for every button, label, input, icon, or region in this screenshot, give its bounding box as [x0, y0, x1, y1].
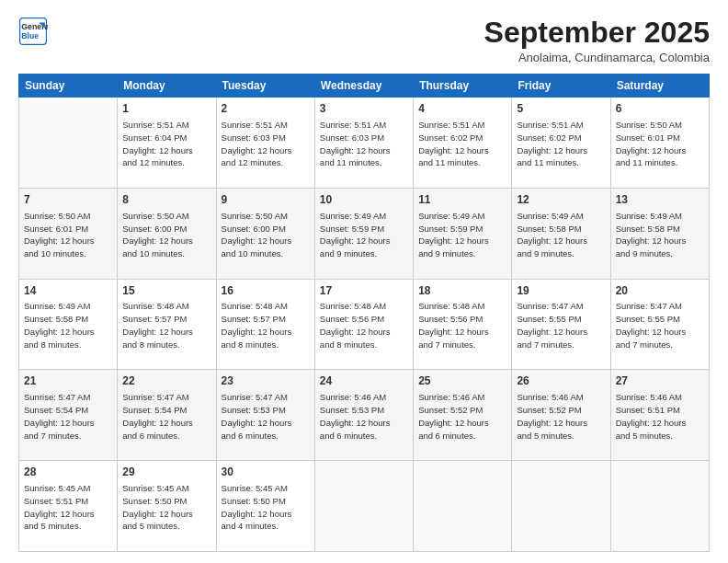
week-row-2: 7Sunrise: 5:50 AM Sunset: 6:01 PM Daylig…: [19, 188, 710, 279]
day-number: 6: [616, 101, 704, 117]
day-number: 16: [222, 283, 310, 299]
day-cell: 2Sunrise: 5:51 AM Sunset: 6:03 PM Daylig…: [216, 98, 314, 189]
day-number: 15: [122, 283, 210, 299]
day-info: Sunrise: 5:47 AM Sunset: 5:55 PM Dayligh…: [517, 300, 605, 350]
day-cell: 7Sunrise: 5:50 AM Sunset: 6:01 PM Daylig…: [19, 188, 118, 279]
day-info: Sunrise: 5:45 AM Sunset: 5:50 PM Dayligh…: [122, 482, 210, 533]
day-info: Sunrise: 5:50 AM Sunset: 6:01 PM Dayligh…: [24, 210, 112, 260]
weekday-sunday: Sunday: [19, 75, 118, 98]
day-number: 21: [24, 373, 112, 389]
day-info: Sunrise: 5:49 AM Sunset: 5:58 PM Dayligh…: [517, 210, 605, 260]
weekday-friday: Friday: [512, 75, 610, 98]
day-cell: 25Sunrise: 5:46 AM Sunset: 5:52 PM Dayli…: [414, 370, 512, 461]
day-cell: 14Sunrise: 5:49 AM Sunset: 5:58 PM Dayli…: [19, 279, 118, 370]
day-cell: 5Sunrise: 5:51 AM Sunset: 6:02 PM Daylig…: [512, 98, 610, 189]
day-number: 9: [222, 192, 310, 208]
week-row-4: 21Sunrise: 5:47 AM Sunset: 5:54 PM Dayli…: [19, 370, 710, 461]
day-info: Sunrise: 5:46 AM Sunset: 5:52 PM Dayligh…: [418, 391, 506, 442]
weekday-saturday: Saturday: [610, 75, 709, 98]
day-number: 19: [517, 283, 605, 299]
day-info: Sunrise: 5:51 AM Sunset: 6:02 PM Dayligh…: [517, 119, 605, 169]
day-number: 30: [222, 465, 310, 480]
day-info: Sunrise: 5:46 AM Sunset: 5:52 PM Dayligh…: [517, 391, 605, 442]
day-number: 18: [418, 283, 506, 299]
day-info: Sunrise: 5:51 AM Sunset: 6:04 PM Dayligh…: [122, 119, 210, 169]
day-cell: [314, 461, 413, 552]
day-number: 20: [616, 283, 704, 299]
day-cell: [512, 461, 610, 552]
day-cell: [414, 461, 512, 552]
weekday-wednesday: Wednesday: [314, 75, 413, 98]
calendar-table: SundayMondayTuesdayWednesdayThursdayFrid…: [18, 74, 710, 552]
day-info: Sunrise: 5:49 AM Sunset: 5:58 PM Dayligh…: [24, 300, 112, 350]
logo: General Blue: [18, 17, 51, 46]
day-info: Sunrise: 5:50 AM Sunset: 6:00 PM Dayligh…: [222, 210, 310, 260]
weekday-header-row: SundayMondayTuesdayWednesdayThursdayFrid…: [19, 75, 710, 98]
day-info: Sunrise: 5:48 AM Sunset: 5:57 PM Dayligh…: [222, 300, 310, 350]
day-info: Sunrise: 5:46 AM Sunset: 5:53 PM Dayligh…: [320, 391, 408, 442]
day-number: 23: [222, 373, 310, 389]
day-number: 11: [418, 192, 506, 208]
month-title: September 2025: [484, 17, 710, 49]
day-cell: [19, 98, 118, 189]
day-cell: 23Sunrise: 5:47 AM Sunset: 5:53 PM Dayli…: [216, 370, 314, 461]
day-info: Sunrise: 5:50 AM Sunset: 6:00 PM Dayligh…: [122, 210, 210, 260]
day-info: Sunrise: 5:47 AM Sunset: 5:54 PM Dayligh…: [122, 391, 210, 442]
day-number: 29: [122, 465, 210, 480]
day-number: 2: [222, 101, 310, 117]
day-info: Sunrise: 5:48 AM Sunset: 5:56 PM Dayligh…: [418, 300, 506, 350]
day-cell: 27Sunrise: 5:46 AM Sunset: 5:51 PM Dayli…: [610, 370, 709, 461]
day-cell: 1Sunrise: 5:51 AM Sunset: 6:04 PM Daylig…: [118, 98, 216, 189]
location: Anolaima, Cundinamarca, Colombia: [484, 51, 710, 64]
day-info: Sunrise: 5:51 AM Sunset: 6:03 PM Dayligh…: [222, 119, 310, 169]
day-number: 8: [122, 192, 210, 208]
day-info: Sunrise: 5:49 AM Sunset: 5:59 PM Dayligh…: [320, 210, 408, 260]
day-cell: 3Sunrise: 5:51 AM Sunset: 6:03 PM Daylig…: [314, 98, 413, 189]
day-number: 14: [24, 283, 112, 299]
day-number: 26: [517, 373, 605, 389]
day-cell: 21Sunrise: 5:47 AM Sunset: 5:54 PM Dayli…: [19, 370, 118, 461]
day-info: Sunrise: 5:45 AM Sunset: 5:50 PM Dayligh…: [222, 482, 310, 533]
day-info: Sunrise: 5:49 AM Sunset: 5:59 PM Dayligh…: [418, 210, 506, 260]
weekday-tuesday: Tuesday: [216, 75, 314, 98]
day-info: Sunrise: 5:51 AM Sunset: 6:03 PM Dayligh…: [320, 119, 408, 169]
page: General Blue September 2025 Anolaima, Cu…: [0, 0, 728, 563]
weekday-monday: Monday: [118, 75, 216, 98]
day-number: 17: [320, 283, 408, 299]
day-cell: 22Sunrise: 5:47 AM Sunset: 5:54 PM Dayli…: [118, 370, 216, 461]
day-info: Sunrise: 5:48 AM Sunset: 5:57 PM Dayligh…: [122, 300, 210, 350]
day-number: 1: [122, 101, 210, 117]
week-row-3: 14Sunrise: 5:49 AM Sunset: 5:58 PM Dayli…: [19, 279, 710, 370]
title-block: September 2025 Anolaima, Cundinamarca, C…: [484, 17, 710, 64]
day-info: Sunrise: 5:51 AM Sunset: 6:02 PM Dayligh…: [418, 119, 506, 169]
day-number: 28: [24, 465, 112, 480]
day-cell: 20Sunrise: 5:47 AM Sunset: 5:55 PM Dayli…: [610, 279, 709, 370]
day-cell: 16Sunrise: 5:48 AM Sunset: 5:57 PM Dayli…: [216, 279, 314, 370]
day-cell: 8Sunrise: 5:50 AM Sunset: 6:00 PM Daylig…: [118, 188, 216, 279]
day-cell: 29Sunrise: 5:45 AM Sunset: 5:50 PM Dayli…: [118, 461, 216, 552]
day-cell: 11Sunrise: 5:49 AM Sunset: 5:59 PM Dayli…: [414, 188, 512, 279]
day-info: Sunrise: 5:50 AM Sunset: 6:01 PM Dayligh…: [616, 119, 704, 169]
day-number: 27: [616, 373, 704, 389]
day-cell: 28Sunrise: 5:45 AM Sunset: 5:51 PM Dayli…: [19, 461, 118, 552]
day-number: 24: [320, 373, 408, 389]
day-info: Sunrise: 5:49 AM Sunset: 5:58 PM Dayligh…: [616, 210, 704, 260]
day-cell: 6Sunrise: 5:50 AM Sunset: 6:01 PM Daylig…: [610, 98, 709, 189]
day-cell: 13Sunrise: 5:49 AM Sunset: 5:58 PM Dayli…: [610, 188, 709, 279]
day-cell: 12Sunrise: 5:49 AM Sunset: 5:58 PM Dayli…: [512, 188, 610, 279]
day-cell: 19Sunrise: 5:47 AM Sunset: 5:55 PM Dayli…: [512, 279, 610, 370]
day-number: 7: [24, 192, 112, 208]
day-cell: 15Sunrise: 5:48 AM Sunset: 5:57 PM Dayli…: [118, 279, 216, 370]
day-number: 25: [418, 373, 506, 389]
day-cell: 17Sunrise: 5:48 AM Sunset: 5:56 PM Dayli…: [314, 279, 413, 370]
day-number: 22: [122, 373, 210, 389]
day-info: Sunrise: 5:48 AM Sunset: 5:56 PM Dayligh…: [320, 300, 408, 350]
day-cell: 9Sunrise: 5:50 AM Sunset: 6:00 PM Daylig…: [216, 188, 314, 279]
day-number: 5: [517, 101, 605, 117]
day-number: 10: [320, 192, 408, 208]
day-number: 13: [616, 192, 704, 208]
weekday-thursday: Thursday: [414, 75, 512, 98]
day-cell: 18Sunrise: 5:48 AM Sunset: 5:56 PM Dayli…: [414, 279, 512, 370]
day-number: 4: [418, 101, 506, 117]
day-cell: [610, 461, 709, 552]
